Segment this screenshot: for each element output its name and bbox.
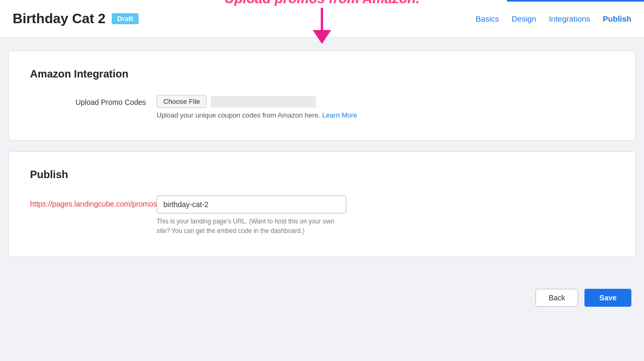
publish-card-title: Publish (30, 169, 614, 181)
upload-promo-label: Upload Promo Codes (30, 95, 157, 106)
nav-tabs: Basics Design Integrations Publish (476, 14, 631, 23)
tab-basics[interactable]: Basics (476, 14, 499, 23)
choose-file-button[interactable]: Choose File (157, 95, 207, 108)
file-input-row: Choose File (157, 95, 357, 108)
url-input[interactable] (157, 196, 346, 213)
tab-publish[interactable]: Publish (603, 14, 631, 23)
learn-more-link[interactable]: Learn More (322, 111, 357, 119)
tab-integrations[interactable]: Integrations (549, 14, 590, 23)
arrow-down-icon (309, 8, 335, 47)
main-content: Amazon Integration Upload Promo Codes Ch… (0, 38, 644, 280)
url-form-control: This is your landing page's URL. (Want t… (157, 196, 346, 236)
upload-promo-control: Choose File Upload your unique coupon co… (157, 95, 357, 119)
header: Birthday Cat 2 Draft Upload promos from … (0, 0, 644, 38)
draft-badge: Draft (112, 13, 138, 24)
upload-promo-row: Upload Promo Codes Choose File Upload yo… (30, 95, 614, 119)
publish-url-row: https://pages.landingcube.com/promos/ Th… (30, 196, 614, 236)
url-help-text: This is your landing page's URL. (Want t… (157, 217, 346, 236)
publish-card: Publish https://pages.landingcube.com/pr… (8, 151, 636, 257)
back-button[interactable]: Back (535, 289, 578, 307)
amazon-card-title: Amazon Integration (30, 68, 614, 80)
progress-bar (507, 0, 644, 2)
url-prefix-label: https://pages.landingcube.com/promos/ (30, 196, 157, 208)
file-name-placeholder (211, 96, 316, 108)
page-title-group: Birthday Cat 2 Draft (13, 11, 139, 27)
tab-design[interactable]: Design (512, 14, 536, 23)
header-center-annotation: Upload promos from Amazon. (225, 0, 419, 47)
upload-help-text: Upload your unique coupon codes from Ama… (157, 111, 357, 119)
save-button[interactable]: Save (584, 289, 631, 307)
upload-promo-label: Upload promos from Amazon. (225, 0, 419, 7)
page-title: Birthday Cat 2 (13, 11, 105, 27)
amazon-integration-card: Amazon Integration Upload Promo Codes Ch… (8, 51, 636, 141)
svg-marker-1 (313, 30, 331, 44)
footer-actions: Back Save (0, 280, 644, 315)
